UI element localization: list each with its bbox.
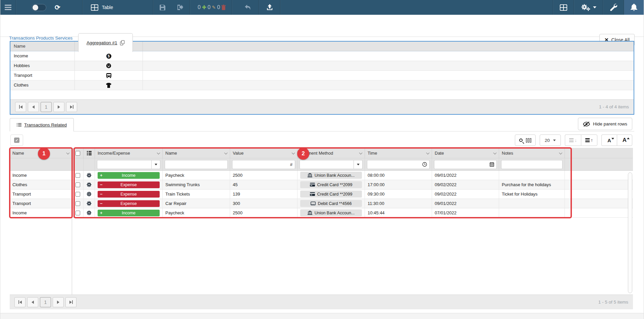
transaction-name-cell[interactable]: Swimming Trunks (163, 180, 230, 189)
transaction-date-cell[interactable]: 07/01/2022 (432, 208, 499, 217)
row-settings-button[interactable] (84, 190, 95, 199)
transaction-row[interactable]: −ExpenseCar Repair300Debit Card **456611… (72, 199, 633, 208)
tab-transactions-related[interactable]: Transactions Related (10, 118, 74, 131)
search-columns-button[interactable] (515, 135, 536, 146)
tools-button[interactable] (603, 0, 624, 15)
transaction-time-cell[interactable]: 10:45:44 (365, 208, 432, 217)
transaction-notes-cell[interactable] (499, 199, 565, 208)
transaction-row[interactable]: −ExpenseTrain Tickets139Credit Card **20… (72, 190, 633, 199)
chevron-down-icon[interactable] (224, 151, 228, 154)
category-row[interactable]: Clothes (10, 81, 634, 90)
row-settings-button[interactable] (84, 208, 95, 217)
chevron-down-icon[interactable] (493, 151, 497, 154)
select-all-button[interactable]: ✓ (10, 135, 23, 146)
transaction-value-cell[interactable]: 2500 (230, 208, 298, 217)
expand-rows-button[interactable]: ↑ (581, 135, 597, 146)
transaction-value-cell[interactable]: 45 (230, 180, 298, 189)
column-header-date[interactable]: Date (435, 151, 494, 156)
column-header-payment-method[interactable]: Payment Method (300, 151, 360, 156)
chevron-down-icon[interactable] (292, 151, 295, 154)
increase-font-button[interactable]: A (617, 135, 632, 146)
transaction-value-cell[interactable]: 300 (230, 199, 298, 208)
transaction-time-cell[interactable]: 08:00:00 (365, 171, 432, 180)
column-header-value[interactable]: Value (233, 151, 292, 156)
transaction-value-cell[interactable]: 139 (230, 190, 298, 199)
income-expense-cell[interactable]: +Income (95, 208, 163, 217)
vertical-scrollbar[interactable] (628, 172, 632, 293)
previous-page-button[interactable] (27, 297, 38, 307)
income-expense-cell[interactable]: −Expense (95, 190, 163, 199)
transaction-notes-cell[interactable] (499, 171, 565, 180)
payment-method-pill[interactable]: Union Bank Accoun... (300, 209, 362, 216)
payment-method-pill[interactable]: Debit Card **4566 (300, 200, 362, 207)
transaction-date-cell[interactable]: 09/01/2022 (432, 199, 499, 208)
transaction-name-cell[interactable]: Car Repair (163, 199, 230, 208)
transaction-date-cell[interactable]: 09/02/2022 (432, 180, 499, 189)
current-page-button[interactable]: 1 (41, 102, 52, 112)
transaction-value-cell[interactable]: 2500 (230, 171, 298, 180)
parent-name-row[interactable]: Transport (10, 190, 72, 199)
transaction-notes-cell[interactable] (499, 208, 565, 217)
undo-button[interactable] (237, 0, 259, 15)
decrease-font-button[interactable]: A (601, 135, 617, 146)
grid-view-button[interactable] (553, 0, 574, 15)
column-header-parent-name[interactable]: Name (12, 151, 67, 156)
filter-notes[interactable] (499, 158, 565, 170)
row-settings-button[interactable] (84, 171, 95, 180)
chevron-down-icon[interactable] (354, 160, 363, 169)
transaction-date-cell[interactable]: 09/02/2022 (432, 190, 499, 199)
transaction-row[interactable]: −ExpenseSwimming Trunks45Credit Card **2… (72, 180, 633, 190)
next-page-button[interactable] (53, 102, 64, 112)
row-checkbox[interactable] (72, 190, 84, 199)
income-expense-cell[interactable]: +Income (95, 171, 163, 180)
last-page-button[interactable] (66, 102, 77, 112)
payment-method-cell[interactable]: Credit Card **2099 (298, 180, 365, 189)
row-checkbox[interactable] (72, 208, 84, 217)
edit-mode-toggle[interactable] (26, 0, 51, 15)
page-size-dropdown[interactable]: 20 (540, 135, 561, 146)
row-checkbox[interactable] (72, 199, 84, 208)
select-all-header[interactable] (72, 148, 84, 158)
hamburger-menu-button[interactable] (0, 0, 16, 15)
chevron-down-icon[interactable] (426, 151, 430, 154)
settings-dropdown-button[interactable] (574, 0, 603, 15)
transaction-notes-cell[interactable]: Ticket for Holidays (499, 190, 565, 199)
next-page-button[interactable] (53, 297, 64, 307)
row-settings-button[interactable] (84, 180, 95, 189)
save-button[interactable] (154, 0, 171, 15)
current-page-button[interactable]: 1 (40, 297, 51, 307)
chevron-down-icon[interactable] (66, 151, 70, 154)
filter-value[interactable]: # (230, 158, 298, 170)
chevron-down-icon[interactable] (559, 151, 562, 154)
parent-name-row[interactable]: Transport (10, 199, 72, 208)
transaction-notes-cell[interactable]: Purchase for the holidays (499, 180, 565, 189)
row-checkbox[interactable] (72, 171, 84, 180)
collapse-rows-button[interactable]: ↓ (565, 135, 581, 146)
upload-button[interactable] (259, 0, 280, 15)
notifications-button[interactable] (624, 0, 644, 15)
chevron-down-icon[interactable] (157, 151, 160, 154)
category-row[interactable]: Hobbies (10, 61, 634, 71)
column-header-name[interactable]: Name (165, 151, 225, 156)
tab-transactions-products-services[interactable]: Transactions Products Services (9, 36, 72, 41)
transaction-name-cell[interactable]: Paycheck (163, 171, 230, 180)
transaction-date-cell[interactable]: 09/01/2022 (432, 171, 499, 180)
income-expense-cell[interactable]: −Expense (95, 199, 163, 208)
column-header-time[interactable]: Time (368, 151, 427, 156)
category-row[interactable]: Income$ (10, 51, 634, 61)
transaction-name-cell[interactable]: Train Tickets (163, 190, 230, 199)
filter-income-expense[interactable] (95, 158, 163, 170)
hide-parent-rows-button[interactable]: Hide parent rows (578, 118, 632, 130)
payment-method-cell[interactable]: Union Bank Accoun... (298, 171, 365, 180)
transaction-row[interactable]: +IncomePaycheck2500Union Bank Accoun...1… (72, 208, 633, 218)
parent-name-row[interactable]: Income (10, 171, 72, 180)
category-row[interactable]: Transport (10, 71, 634, 81)
payment-method-cell[interactable]: Credit Card **2099 (298, 190, 365, 199)
filter-date[interactable] (432, 158, 499, 170)
payment-method-cell[interactable]: Union Bank Accoun... (298, 208, 365, 217)
column-header-income-expense[interactable]: Income/Expense (98, 151, 157, 156)
chevron-down-icon[interactable] (359, 151, 363, 154)
income-expense-cell[interactable]: −Expense (95, 180, 163, 189)
transaction-time-cell[interactable]: 17:00:00 (365, 180, 432, 189)
previous-page-button[interactable] (28, 102, 39, 112)
